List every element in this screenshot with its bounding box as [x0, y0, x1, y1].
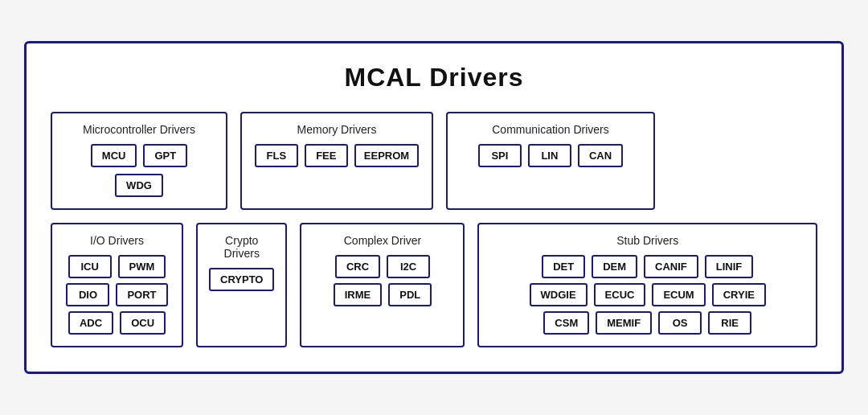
chip-dem: DEM	[592, 255, 637, 278]
chip-icu: ICU	[68, 255, 112, 278]
group-communication: Communication Drivers SPI LIN CAN	[446, 112, 655, 210]
chip-lin: LIN	[528, 144, 571, 167]
chip-ecuc: ECUC	[594, 283, 646, 306]
chip-crc: CRC	[335, 255, 380, 278]
chip-spi: SPI	[478, 144, 522, 167]
row-1: Microcontroller Drivers MCU GPT WDG Memo…	[51, 112, 817, 210]
chip-i2c: I2C	[387, 255, 430, 278]
rows: Microcontroller Drivers MCU GPT WDG Memo…	[51, 112, 817, 347]
main-title: MCAL Drivers	[51, 63, 817, 92]
chip-ocu: OCU	[120, 311, 166, 335]
microcontroller-chips: MCU GPT WDG	[63, 144, 215, 197]
chip-port: PORT	[116, 283, 167, 306]
group-microcontroller: Microcontroller Drivers MCU GPT WDG	[51, 112, 227, 210]
communication-chips: SPI LIN CAN	[478, 144, 623, 167]
group-io: I/O Drivers ICU PWM DIO PORT ADC OCU	[51, 223, 183, 347]
group-crypto: Crypto Drivers CRYPTO	[196, 223, 287, 347]
row-2: I/O Drivers ICU PWM DIO PORT ADC OCU Cry…	[51, 223, 817, 347]
group-stub: Stub Drivers DET DEM CANIF LINIF WDGIE E…	[477, 223, 817, 347]
chip-fee: FEE	[305, 144, 348, 167]
chip-ecum: ECUM	[652, 283, 705, 306]
diagram-container: MCAL Drivers Microcontroller Drivers MCU…	[24, 41, 844, 374]
chip-wdgie: WDGIE	[530, 283, 588, 306]
chip-crypto: CRYPTO	[209, 268, 274, 291]
chip-linif: LINIF	[705, 255, 754, 278]
chip-mcu: MCU	[91, 144, 137, 167]
group-memory: Memory Drivers FLS FEE EEPROM	[240, 112, 433, 210]
chip-os: OS	[658, 311, 702, 335]
chip-memif: MEMIF	[596, 311, 652, 335]
chip-canif: CANIF	[644, 255, 698, 278]
stub-title: Stub Drivers	[616, 234, 678, 247]
chip-dio: DIO	[66, 283, 109, 306]
chip-can: CAN	[578, 144, 623, 167]
chip-eeprom: EEPROM	[354, 144, 419, 167]
chip-cryie: CRYIE	[712, 283, 766, 306]
microcontroller-title: Microcontroller Drivers	[83, 123, 195, 136]
crypto-title: Crypto Drivers	[209, 234, 274, 260]
memory-chips: FLS FEE EEPROM	[255, 144, 419, 167]
memory-title: Memory Drivers	[297, 123, 377, 136]
chip-det: DET	[542, 255, 585, 278]
group-complex: Complex Driver CRC I2C IRME PDL	[300, 223, 465, 347]
chip-pdl: PDL	[388, 283, 432, 306]
chip-csm: CSM	[543, 311, 589, 335]
chip-wdg: WDG	[115, 174, 163, 197]
chip-fls: FLS	[255, 144, 298, 167]
communication-title: Communication Drivers	[492, 123, 608, 136]
chip-pwm: PWM	[118, 255, 166, 278]
chip-irme: IRME	[334, 283, 383, 306]
io-title: I/O Drivers	[90, 234, 144, 247]
complex-title: Complex Driver	[344, 234, 421, 247]
chip-rie: RIE	[708, 311, 751, 335]
chip-adc: ADC	[68, 311, 113, 335]
chip-gpt: GPT	[143, 144, 187, 167]
